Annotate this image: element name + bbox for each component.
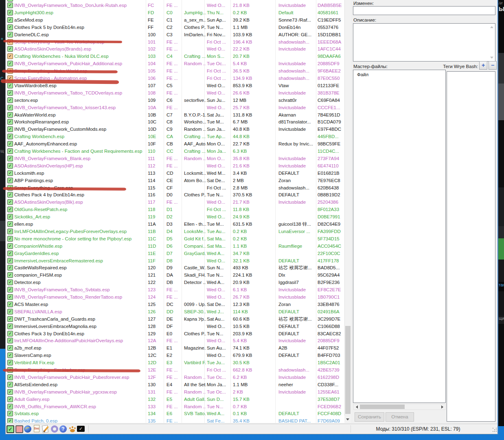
mod-row[interactable]: ✓Clothes Pack 5 by DonEb14n.espFFC2Cloth… [6,24,344,31]
mod-active-checkbox[interactable]: ✓ [7,251,13,256]
mod-row[interactable]: ✓INVB_OverlayFramework_CustomMods.esp10D… [6,125,344,133]
tags-list[interactable] [447,71,495,422]
mod-active-checkbox[interactable]: ✓ [7,352,13,358]
mod-active-checkbox[interactable]: ✓ [7,192,13,198]
mod-active-checkbox[interactable]: ✓ [7,221,13,227]
mod-active-checkbox[interactable]: ✓ [7,170,13,176]
mod-row[interactable]: ✓INVB_Outfits_Framework_AWKCR.esp133FE .… [6,403,344,410]
paw-icon[interactable] [68,425,77,433]
mod-active-checkbox[interactable]: ✓ [7,265,13,271]
edit-doc-icon[interactable] [42,425,50,433]
mod-active-checkbox[interactable]: ✓ [7,418,13,423]
mod-row[interactable]: ✓ASOAstinsSkinOverlays(Blk).esp117FE ...… [6,198,344,206]
mod-row[interactable]: ✓companion_FHSM.esp121DASkadi_FH...Tue N… [6,271,344,279]
mod-active-checkbox[interactable]: ✓ [7,345,13,351]
mod-row[interactable]: ✓Svbtats.esp134E6SVB Tatto...Wed A...0.1… [6,410,344,417]
mod-active-checkbox[interactable]: ✓ [7,207,13,212]
mod-active-checkbox[interactable]: ✓ [7,236,13,242]
mod-row[interactable]: ✓SlaversCamp.esp12CE2Wed O...679.9 KBDEF… [6,352,344,359]
mod-row[interactable]: ✓DWT_TrashcanCarla_and_Guards.esp127DEКа… [6,315,344,323]
mod-active-checkbox[interactable]: ✓ [7,32,13,37]
chevron-down-icon[interactable] [490,57,493,59]
mod-active-checkbox[interactable]: ✓ [7,2,13,8]
mod-active-checkbox[interactable]: ✓ [7,83,13,88]
mod-active-checkbox[interactable]: ✓ [7,46,13,52]
mod-list[interactable]: ✓ ✓INVB_OverlayFramework_Tattoo_DonJunk-… [6,0,344,423]
chevron-left-icon[interactable] [356,405,358,409]
mod-row[interactable]: ✓ACS Master.esp125DC0099 - Up...Sat De..… [6,301,344,308]
mod-checker-icon[interactable]: ✓ [77,425,85,433]
window-resize-grip[interactable] [493,428,493,429]
mod-active-checkbox[interactable]: ✓ [7,126,13,132]
description-textarea[interactable] [353,23,495,62]
mod-row[interactable]: ✓Vertibird Alt Fix.esp12DE3Vartibird F..… [6,359,344,366]
mod-row[interactable]: ✓GrayGardenIdles.esp11ED7GrayGard...Wed … [6,250,344,257]
mod-active-checkbox[interactable]: ✓ [7,156,13,161]
mod-active-checkbox[interactable]: ✓ [7,404,13,409]
modified-input[interactable] [353,6,495,15]
mod-active-checkbox[interactable]: ✓ [7,382,13,387]
mod-active-checkbox[interactable]: ✓ [7,411,13,416]
mod-active-checkbox[interactable]: ✓ [7,323,13,329]
mod-row[interactable]: ✓INVB_OverlayFramework_Tattoo_krisser143… [6,104,344,111]
mod-row[interactable]: ✓Bashed Patch, 0.esp135FE ...Sat Fe...35… [6,417,344,423]
scrollbar-thumb[interactable] [345,326,351,414]
cancel-button[interactable]: Отмена [386,412,414,422]
mod-row[interactable]: ✓ASOAstinsSkinOverlays(Brands).esp102FE … [6,45,344,53]
mod-row[interactable]: ✓WorkshopRearranged.esp10CC8Worksho...Tu… [6,118,344,125]
green-checkbox-icon[interactable]: ✓ [7,425,15,433]
scrollbar-down-button[interactable] [344,416,351,423]
remove-tag-button[interactable]: − [489,61,497,70]
help-icon[interactable]: ? [59,425,68,433]
mod-active-checkbox[interactable]: ✓ [7,199,13,205]
mod-active-checkbox[interactable]: ✓ [7,389,13,395]
scrollbar-thumb[interactable] [360,405,405,409]
mod-row[interactable]: ✓ImmersiveLoversEmbraceMagnolia.esp128DF… [6,323,344,330]
mod-row[interactable]: ✓InrLMFO4AllInOneLegacy-PubesForeverOver… [6,228,344,235]
mod-active-checkbox[interactable]: ✓ [7,287,13,293]
doc-browser-icon[interactable]: Doc [33,425,41,433]
mod-active-checkbox[interactable]: ✓ [7,148,13,154]
mod-row[interactable]: ✓Clothes Pack 3 by DonEb14n.esp129E0Clot… [6,330,344,337]
mod-active-checkbox[interactable]: ✓ [7,316,13,322]
mod-row[interactable]: ✓AAF_AutonomyEnhanced.esp10FCBAAF_Auto..… [6,140,344,147]
mod-active-checkbox[interactable]: ✓ [7,90,13,96]
mod-active-checkbox[interactable]: ✓ [7,279,13,285]
mod-row[interactable]: ✓INVB_OverlayFramework_Tattoo_TCDOverlay… [6,89,344,97]
mod-row[interactable]: ✓Clothes Pack 4 by DonEb14n.esp116D0Clot… [6,191,344,198]
mod-row[interactable]: ✓ellen.esp11AD3Ellen - th...Tue M...631.… [6,220,344,228]
masters-list[interactable]: Файл [353,70,446,403]
mod-row[interactable]: ✓INVB_OverlayFramework_PubicHair_ygcxsw.… [6,388,344,396]
mod-row[interactable]: ✓CastleWallsRepaired.esp120D9Castle_W...… [6,264,344,271]
mod-active-checkbox[interactable]: ✓ [7,360,13,365]
mod-active-checkbox[interactable]: ✓ [7,272,13,278]
mod-active-checkbox[interactable]: ✓ [7,178,13,183]
mod-active-checkbox[interactable]: ✓ [7,119,13,125]
mod-active-checkbox[interactable]: ✓ [7,61,13,66]
globe-icon[interactable] [24,425,32,433]
chevron-right-icon[interactable] [441,405,443,409]
mod-row[interactable]: ✓Detector.esp122DBDetector ...Wed A...20… [6,279,344,286]
mod-row[interactable]: ✓INVB_OverlayFramework_PubicHair_Pubesfo… [6,374,344,381]
mod-row[interactable]: ✓ABP Paintings.esp114CEAtom Bo...Sat De.… [6,177,344,184]
mod-row[interactable]: ✓Crafting Workbenches - Faction and Ques… [6,147,344,155]
mod-active-checkbox[interactable]: ✓ [7,17,13,23]
mod-active-checkbox[interactable]: ✓ [7,396,13,402]
mod-active-checkbox[interactable]: ✓ [7,24,13,30]
mod-row[interactable]: ✓ImmersiveLoversEmbraceRemastered.esp11F… [6,257,344,264]
mod-active-checkbox[interactable]: ✓ [7,309,13,315]
mod-row[interactable]: ✓InrLMFO4AllInOne-AdditionalPubicHairOve… [6,337,344,344]
mod-row[interactable]: ✓Locksmith.esp113CDLocksmit...Wed M...3.… [6,169,344,177]
mod-row[interactable]: ✓DarleneDLC.esp100C3ImDarlen...Fri Nov..… [6,31,344,38]
mod-row[interactable]: ✓ASOAstinsSkinOverlays(HP).esp112FE ...W… [6,162,344,169]
mod-row[interactable]: ✓Sickotiks_Art.esp119D2Wed O...24.9 KBD0… [6,213,344,220]
mod-row[interactable]: ✓OldGuns-ResetPatch.esp118D1Fri Oct ...1… [6,206,344,213]
mod-active-checkbox[interactable]: ✓ [7,258,13,264]
mod-active-checkbox[interactable]: ✓ [7,10,13,15]
mod-row[interactable]: ✓AllSetsExtended.esp130E4All the Set...M… [6,381,344,388]
mod-row[interactable]: ✓Crafting Workbenches - Nuka World DLC.e… [6,53,344,60]
mod-row[interactable]: ✓SBEPALLVANILLA.esp126DDSBEP-30...Wed J.… [6,308,344,315]
mod-active-checkbox[interactable]: ✓ [7,214,13,220]
save-button[interactable]: Сохранить [355,412,384,422]
mod-row[interactable]: ✓Adult Gallery.esp132E5Adult Gall...Sun … [6,396,344,403]
